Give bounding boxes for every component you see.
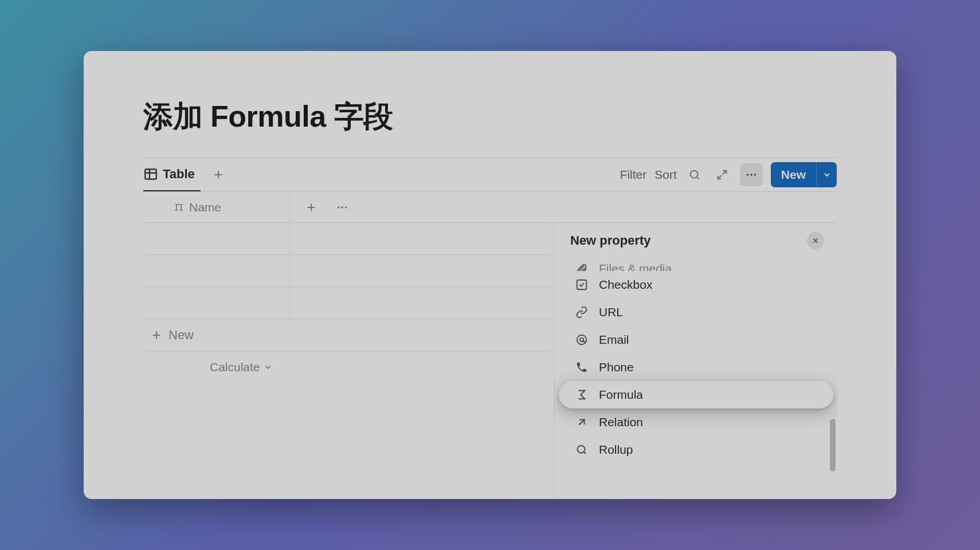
phone-icon	[575, 360, 589, 374]
svg-point-3	[750, 174, 752, 176]
page-title[interactable]: 添加 Formula 字段	[143, 97, 837, 137]
column-header-name[interactable]: Name	[143, 192, 290, 222]
new-button-dropdown[interactable]	[816, 162, 837, 187]
svg-point-6	[341, 206, 343, 209]
add-column-button[interactable]	[301, 198, 321, 217]
svg-point-10	[580, 338, 583, 341]
filter-button[interactable]: Filter	[620, 168, 647, 182]
column-header-label: Name	[189, 201, 221, 214]
new-button-label: New	[771, 162, 816, 187]
chevron-down-icon	[264, 363, 273, 372]
column-more-button[interactable]	[332, 198, 352, 217]
property-option-formula[interactable]: Formula	[559, 381, 833, 408]
property-option-url[interactable]: URL	[559, 298, 833, 326]
property-option-label: Formula	[599, 388, 643, 402]
scrollbar-thumb[interactable]	[830, 419, 836, 472]
svg-rect-0	[145, 169, 156, 179]
rollup-icon	[575, 443, 589, 457]
email-icon	[575, 333, 589, 347]
property-option-label: Checkbox	[599, 278, 652, 292]
close-icon	[812, 237, 820, 245]
new-button[interactable]: New	[771, 162, 837, 187]
property-option-checkbox[interactable]: Checkbox	[559, 271, 833, 298]
relation-icon	[575, 415, 589, 429]
property-option-phone[interactable]: Phone	[559, 353, 833, 381]
property-option-label: URL	[599, 305, 623, 319]
url-icon	[575, 305, 589, 319]
property-type-list[interactable]: Files & mediaCheckboxURLEmailPhoneFormul…	[554, 258, 838, 499]
files-icon	[575, 262, 589, 271]
svg-point-11	[578, 446, 585, 453]
svg-point-7	[345, 206, 347, 209]
panel-header: New property	[554, 223, 838, 258]
view-toolbar: Table Filter Sort New	[143, 158, 837, 191]
text-type-icon	[173, 202, 185, 213]
svg-point-9	[577, 335, 587, 345]
svg-point-2	[747, 174, 749, 176]
tab-label: Table	[163, 167, 195, 182]
checkbox-icon	[575, 278, 589, 292]
property-option-label: Rollup	[599, 443, 633, 457]
property-option-rollup[interactable]: Rollup	[559, 436, 833, 463]
formula-icon	[575, 388, 589, 402]
svg-point-5	[338, 206, 340, 209]
property-option-label: Email	[599, 333, 629, 347]
property-option-label: Files & media	[599, 262, 672, 271]
plus-icon	[150, 329, 163, 341]
panel-title: New property	[570, 233, 651, 248]
expand-button[interactable]	[712, 165, 732, 184]
add-view-button[interactable]	[209, 165, 228, 184]
table-icon	[143, 167, 158, 182]
tab-table[interactable]: Table	[143, 159, 201, 192]
close-button[interactable]	[807, 232, 824, 249]
view-actions: Filter Sort New	[620, 162, 837, 187]
table-header: Name	[143, 192, 837, 223]
window: 添加 Formula 字段 Table Filter	[84, 51, 896, 499]
search-button[interactable]	[685, 165, 704, 184]
svg-point-4	[754, 174, 756, 176]
property-option-label: Relation	[599, 415, 643, 429]
new-property-panel: New property Files & mediaCheckboxURLEma…	[554, 223, 838, 499]
property-option-files[interactable]: Files & media	[559, 258, 833, 271]
add-row-label: New	[168, 328, 194, 343]
view-tabs: Table	[143, 159, 228, 191]
property-option-relation[interactable]: Relation	[559, 408, 833, 436]
property-option-label: Phone	[599, 360, 634, 374]
more-options-button[interactable]	[740, 163, 763, 186]
calculate-label: Calculate	[210, 360, 260, 374]
svg-point-1	[690, 171, 697, 178]
sort-button[interactable]: Sort	[654, 168, 677, 182]
property-option-email[interactable]: Email	[559, 326, 833, 353]
svg-rect-8	[577, 280, 587, 290]
column-header-actions	[290, 198, 352, 217]
